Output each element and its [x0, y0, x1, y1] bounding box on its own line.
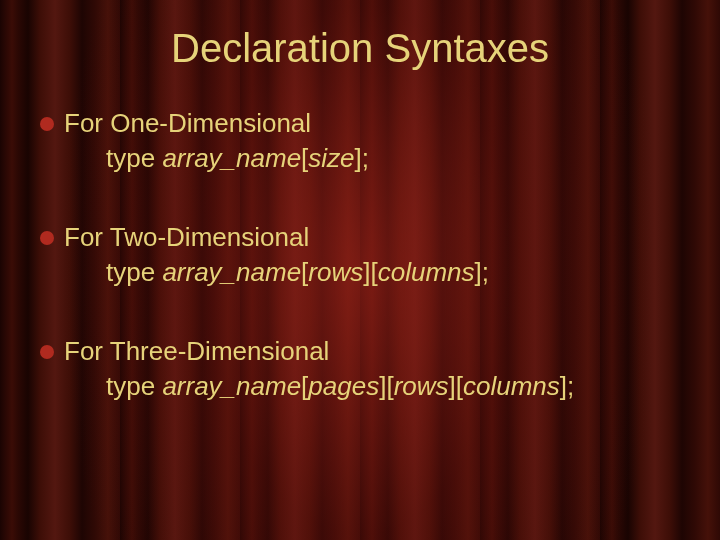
- syntax-var: columns: [378, 257, 475, 287]
- bullet-icon: [40, 117, 54, 131]
- bullet-icon: [40, 345, 54, 359]
- syntax-var: array_name: [162, 257, 301, 287]
- slide: Declaration Syntaxes For One-Dimensional…: [0, 0, 720, 540]
- item-heading: For Three-Dimensional: [64, 334, 329, 369]
- item-syntax: type array_name[pages][rows][columns];: [40, 369, 700, 404]
- item-heading: For One-Dimensional: [64, 106, 311, 141]
- item-heading-row: For Three-Dimensional: [40, 334, 700, 369]
- item-heading-row: For One-Dimensional: [40, 106, 700, 141]
- syntax-var: size: [308, 143, 354, 173]
- syntax-var: pages: [308, 371, 379, 401]
- syntax-literal: ];: [560, 371, 574, 401]
- item-heading: For Two-Dimensional: [64, 220, 309, 255]
- list-item: For One-Dimensional type array_name[size…: [40, 106, 700, 176]
- syntax-literal: ][: [449, 371, 463, 401]
- list-item: For Two-Dimensional type array_name[rows…: [40, 220, 700, 290]
- bullet-icon: [40, 231, 54, 245]
- syntax-var: array_name: [162, 143, 301, 173]
- syntax-literal: ][: [379, 371, 393, 401]
- syntax-var: rows: [394, 371, 449, 401]
- syntax-literal: type: [106, 143, 162, 173]
- syntax-var: columns: [463, 371, 560, 401]
- syntax-literal: ];: [475, 257, 489, 287]
- item-heading-row: For Two-Dimensional: [40, 220, 700, 255]
- syntax-literal: ];: [355, 143, 369, 173]
- syntax-var: rows: [308, 257, 363, 287]
- list-item: For Three-Dimensional type array_name[pa…: [40, 334, 700, 404]
- syntax-literal: type: [106, 371, 162, 401]
- item-syntax: type array_name[rows][columns];: [40, 255, 700, 290]
- syntax-literal: ][: [363, 257, 377, 287]
- syntax-var: array_name: [162, 371, 301, 401]
- syntax-literal: type: [106, 257, 162, 287]
- item-syntax: type array_name[size];: [40, 141, 700, 176]
- slide-body: For One-Dimensional type array_name[size…: [40, 106, 700, 449]
- slide-title: Declaration Syntaxes: [0, 26, 720, 71]
